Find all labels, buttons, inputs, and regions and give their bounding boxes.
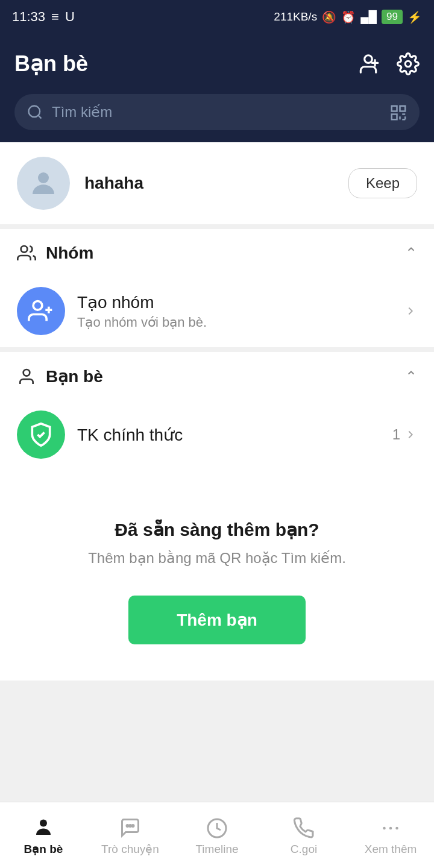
official-account-title: TK chính thức [77, 425, 380, 445]
group-chevron-up-icon: ⌃ [405, 245, 417, 262]
status-battery: 99 [382, 10, 403, 24]
add-friend-cta-button[interactable]: Thêm bạn [128, 596, 306, 644]
friend-name: hahaha [84, 174, 334, 193]
status-carrier: U [65, 9, 75, 25]
person-icon [33, 814, 54, 838]
create-group-text: Tạo nhóm Tạo nhóm với bạn bè. [77, 292, 392, 330]
nav-label-chat: Trò chuyện [101, 842, 159, 856]
cta-section: Đã sẵn sàng thêm bạn? Thêm bạn bằng mã Q… [0, 471, 434, 681]
create-group-avatar [17, 287, 65, 335]
search-inner [14, 94, 420, 130]
svg-rect-6 [392, 106, 397, 112]
nav-item-friends[interactable]: Bạn bè [0, 808, 87, 862]
status-network: 211KB/s [274, 10, 317, 24]
create-group-item[interactable]: Tạo nhóm Tạo nhóm với bạn bè. [0, 275, 434, 347]
nav-item-more[interactable]: Xem thêm [347, 808, 434, 861]
nav-label-friends: Bạn bè [24, 842, 63, 856]
search-icon [27, 104, 43, 121]
section-divider [0, 347, 434, 352]
nav-item-call[interactable]: C.goi [260, 808, 347, 861]
svg-point-25 [383, 826, 386, 829]
nav-item-chat[interactable]: Trò chuyện [87, 808, 174, 862]
keep-button[interactable]: Keep [348, 168, 417, 198]
svg-point-16 [33, 301, 42, 310]
svg-point-4 [29, 106, 40, 118]
clock-icon [206, 814, 228, 838]
svg-point-19 [24, 370, 30, 376]
nav-item-timeline[interactable]: Timeline [174, 808, 260, 861]
svg-rect-8 [392, 115, 397, 120]
official-chevron-right-icon [404, 428, 417, 441]
cta-title: Đã sẵn sàng thêm bạn? [115, 519, 319, 540]
shield-check-icon [28, 421, 54, 448]
status-bar: 11:33 ≡ U 211KB/s 🔕 ⏰ ▄█ 99 ⚡ [0, 0, 434, 34]
settings-button[interactable] [397, 52, 420, 75]
main-content: hahaha Keep Nhóm ⌃ [0, 142, 434, 681]
official-account-item[interactable]: TK chính thức 1 [0, 398, 434, 471]
group-section-header[interactable]: Nhóm ⌃ [0, 229, 434, 275]
avatar [17, 157, 70, 210]
status-time: 11:33 [12, 9, 45, 25]
default-avatar-icon [27, 167, 60, 200]
svg-line-5 [38, 115, 41, 118]
friends-section-title: Bạn bè [46, 366, 103, 386]
official-avatar [17, 410, 65, 459]
dots-icon [380, 814, 401, 838]
create-group-subtitle: Tạo nhóm với bạn bè. [77, 315, 392, 330]
cta-subtitle: Thêm bạn bằng mã QR hoặc Tìm kiếm. [88, 550, 346, 567]
qr-scan-icon[interactable] [389, 102, 407, 122]
official-account-count: 1 [392, 426, 400, 443]
official-account-text: TK chính thức [77, 425, 380, 445]
nav-label-timeline: Timeline [195, 843, 238, 856]
create-group-arrow [404, 304, 417, 318]
header: Bạn bè [0, 34, 434, 94]
group-section-title: Nhóm [46, 244, 93, 263]
svg-point-27 [395, 826, 398, 829]
svg-point-21 [127, 825, 128, 827]
status-msg-icon: ≡ [51, 9, 59, 25]
page-title: Bạn bè [14, 51, 88, 77]
svg-point-0 [365, 55, 373, 63]
svg-rect-7 [400, 106, 406, 112]
search-input[interactable] [52, 104, 381, 121]
group-icon [17, 244, 36, 263]
svg-point-14 [38, 172, 49, 183]
svg-point-15 [21, 246, 28, 253]
create-group-icon [28, 298, 54, 324]
bottom-nav: Bạn bè Trò chuyện Timeline C.goi [0, 802, 434, 868]
friends-chevron-up-icon: ⌃ [405, 368, 417, 385]
nav-label-call: C.goi [291, 843, 317, 856]
friends-icon [17, 367, 36, 386]
svg-point-22 [130, 825, 131, 827]
chat-icon [119, 814, 141, 838]
add-friend-button[interactable] [357, 52, 380, 75]
status-alarm-icon: ⏰ [341, 10, 356, 24]
friends-section-header[interactable]: Bạn bè ⌃ [0, 352, 434, 398]
friend-suggestion-item: hahaha Keep [0, 142, 434, 229]
official-account-right: 1 [392, 426, 417, 443]
svg-point-20 [40, 820, 47, 827]
search-bar-container [0, 94, 434, 142]
svg-point-3 [405, 61, 411, 67]
svg-point-23 [132, 825, 134, 827]
chevron-right-icon [404, 304, 417, 318]
friends-section: Bạn bè ⌃ TK chính thức 1 [0, 352, 434, 471]
status-charging-icon: ⚡ [407, 10, 422, 24]
status-signal-icon: ▄█ [360, 10, 377, 24]
nav-label-more: Xem thêm [365, 843, 417, 856]
svg-point-26 [389, 826, 392, 829]
status-mute-icon: 🔕 [322, 10, 336, 24]
create-group-title: Tạo nhóm [77, 292, 392, 312]
group-section: Nhóm ⌃ Tạo nhóm Tạo nhóm với bạn bè. [0, 229, 434, 347]
phone-icon [293, 814, 315, 838]
